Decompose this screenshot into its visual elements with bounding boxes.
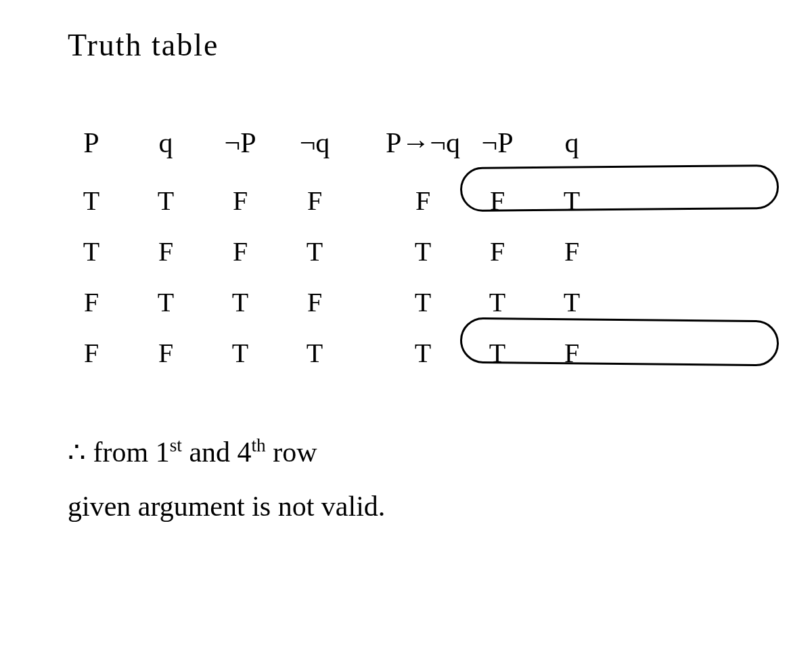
table-row: T T F F F F T (54, 175, 609, 226)
cell: T (203, 277, 277, 328)
truth-table-container: P q ¬P ¬q P→¬q ¬P q T T F F F F T (54, 117, 771, 378)
cell: F (277, 175, 352, 226)
cell: T (277, 226, 352, 277)
cell: F (203, 175, 277, 226)
conclusion-line2: given argument is not valid. (68, 491, 385, 522)
conclusion-line1-prefix: ∴ from 1 (68, 437, 170, 468)
cell: F (386, 175, 460, 226)
cell: T (535, 175, 609, 226)
header-not-p-2: ¬P (460, 117, 535, 175)
cell: F (54, 328, 129, 378)
page-title: Truth table (68, 27, 771, 63)
conclusion-line1-mid: and 4 (182, 437, 252, 468)
cell: T (54, 226, 129, 277)
cell: T (460, 328, 535, 378)
cell: F (277, 277, 352, 328)
cell: T (129, 175, 203, 226)
header-p-implies-not-q: P→¬q (386, 117, 460, 175)
header-q-2: q (535, 117, 609, 175)
ordinal-suffix: st (170, 435, 182, 455)
table-header-row: P q ¬P ¬q P→¬q ¬P q (54, 117, 609, 175)
header-not-p: ¬P (203, 117, 277, 175)
cell: F (129, 328, 203, 378)
column-gap (352, 175, 386, 226)
header-q: q (129, 117, 203, 175)
column-gap (352, 277, 386, 328)
cell: T (460, 277, 535, 328)
ordinal-suffix: th (252, 435, 266, 455)
cell: F (129, 226, 203, 277)
conclusion-line1-after: row (266, 437, 317, 468)
cell: T (54, 175, 129, 226)
column-gap (352, 226, 386, 277)
cell: T (129, 277, 203, 328)
header-p: P (54, 117, 129, 175)
table-row: F F T T T T F (54, 328, 609, 378)
cell: F (535, 328, 609, 378)
table-row: T F F T T F F (54, 226, 609, 277)
table-row: F T T F T T T (54, 277, 609, 328)
cell: T (535, 277, 609, 328)
truth-table: P q ¬P ¬q P→¬q ¬P q T T F F F F T (54, 117, 609, 378)
column-gap (352, 328, 386, 378)
cell: F (203, 226, 277, 277)
cell: F (460, 175, 535, 226)
column-gap (352, 117, 386, 175)
cell: T (386, 328, 460, 378)
cell: F (460, 226, 535, 277)
cell: T (277, 328, 352, 378)
cell: T (386, 226, 460, 277)
cell: F (54, 277, 129, 328)
header-not-q: ¬q (277, 117, 352, 175)
cell: F (535, 226, 609, 277)
cell: T (203, 328, 277, 378)
cell: T (386, 277, 460, 328)
conclusion-text: ∴ from 1st and 4th row given argument is… (68, 426, 771, 534)
